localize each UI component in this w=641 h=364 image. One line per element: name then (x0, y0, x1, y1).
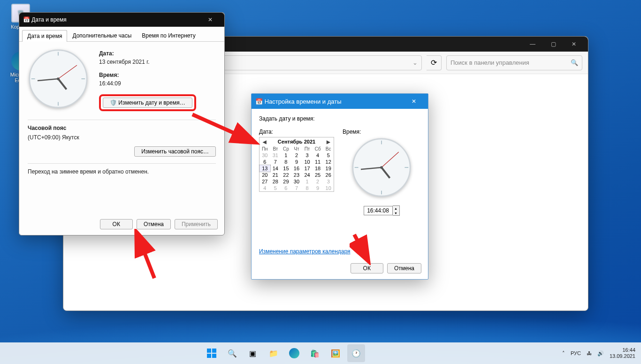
chevron-down-icon[interactable]: ⌄ (412, 59, 418, 66)
calendar-day[interactable]: 29 (281, 178, 291, 185)
calendar-day[interactable]: 25 (313, 172, 323, 178)
calendar-day[interactable]: 17 (302, 165, 313, 172)
app-icon[interactable]: 🖼️ (327, 344, 344, 362)
calendar-day[interactable]: 27 (259, 178, 270, 185)
calendar: ◀ Сентябрь 2021 ▶ ПнВтСрЧтПтСбВс 3031123… (259, 137, 334, 192)
calendar-day[interactable]: 18 (313, 165, 323, 172)
calendar-day[interactable]: 28 (270, 178, 281, 185)
spin-up-button[interactable]: ▲ (393, 206, 399, 211)
change-dt-label: Изменить дату и время… (118, 99, 185, 106)
spin-down-button[interactable]: ▼ (393, 211, 399, 215)
refresh-button[interactable]: ⟳ (427, 55, 442, 70)
calendar-day[interactable]: 3 (323, 178, 334, 185)
calendar-day[interactable]: 5 (270, 185, 281, 191)
start-button[interactable] (203, 344, 221, 362)
prev-month-button[interactable]: ◀ (261, 139, 268, 144)
calendar-day[interactable]: 1 (281, 152, 291, 159)
calendar-dayhead: Ср (281, 146, 291, 152)
svg-point-8 (57, 77, 60, 80)
calendar-day[interactable]: 16 (291, 165, 302, 172)
time-input[interactable] (364, 206, 393, 215)
tray-chevron-up-icon[interactable]: ˄ (562, 350, 565, 356)
calendar-day[interactable]: 30 (291, 178, 302, 185)
next-month-button[interactable]: ▶ (325, 139, 332, 144)
highlight-change-datetime: 🛡️ Изменить дату и время… (99, 94, 196, 111)
maximize-button[interactable]: ▢ (543, 37, 564, 51)
calendar-dayhead: Вт (270, 146, 281, 152)
tab-additional-clocks[interactable]: Дополнительные часы (67, 30, 137, 41)
cancel-button[interactable]: Отмена (137, 219, 171, 229)
calendar-day[interactable]: 7 (291, 185, 302, 191)
calendar-day[interactable]: 23 (291, 172, 302, 178)
calendar-day[interactable]: 11 (313, 159, 323, 165)
calendar-day[interactable]: 8 (281, 159, 291, 165)
calendar-day[interactable]: 2 (313, 178, 323, 185)
tray-clock[interactable]: 16:44 13.09.2021 (610, 347, 635, 359)
datetime-app-icon[interactable]: 🕐 (347, 344, 365, 362)
calendar-day[interactable]: 26 (323, 172, 334, 178)
time-spinner[interactable]: ▲ ▼ (343, 205, 420, 216)
calendar-day[interactable]: 9 (291, 159, 302, 165)
change-timezone-button[interactable]: Изменить часовой пояс… (134, 146, 216, 157)
calendar-day[interactable]: 5 (323, 152, 334, 159)
explorer-icon[interactable]: 📁 (265, 344, 282, 362)
calendar-day[interactable]: 1 (302, 178, 313, 185)
close-button[interactable]: ✕ (200, 13, 221, 27)
settings-titlebar[interactable]: 📅 Настройка времени и даты ✕ (252, 94, 428, 109)
network-icon[interactable]: 🖧 (587, 350, 592, 356)
store-icon[interactable]: 🛍️ (306, 344, 324, 362)
date-time-titlebar[interactable]: 📅 Дата и время ✕ (19, 13, 224, 27)
calendar-day[interactable]: 6 (281, 185, 291, 191)
calendar-day[interactable]: 15 (281, 165, 291, 172)
search-input[interactable]: Поиск в панели управления 🔍 (446, 55, 582, 70)
calendar-day[interactable]: 21 (270, 172, 281, 178)
datetime-settings-dialog: 📅 Настройка времени и даты ✕ Задать дату… (251, 93, 428, 280)
task-view-button[interactable]: ▣ (244, 344, 262, 362)
cancel-button[interactable]: Отмена (387, 263, 421, 273)
time-label: Время: (343, 129, 420, 135)
svg-rect-18 (207, 349, 211, 353)
analog-clock (28, 48, 89, 109)
tab-date-time[interactable]: Дата и время (22, 30, 67, 42)
date-value: 13 сентября 2021 г. (99, 59, 196, 65)
calendar-day[interactable]: 8 (302, 185, 313, 191)
calendar-dayhead: Вс (323, 146, 334, 152)
calendar-day[interactable]: 12 (323, 159, 334, 165)
apply-button[interactable]: Применить (175, 219, 218, 229)
analog-clock (351, 137, 412, 198)
calendar-month[interactable]: Сентябрь 2021 (278, 139, 315, 144)
ok-button[interactable]: ОК (351, 263, 383, 273)
calendar-day[interactable]: 19 (323, 165, 334, 172)
calendar-day[interactable]: 20 (259, 172, 270, 178)
close-button[interactable]: ✕ (404, 94, 424, 108)
calendar-day[interactable]: 30 (259, 152, 270, 159)
change-date-time-button[interactable]: 🛡️ Изменить дату и время… (103, 98, 192, 108)
taskbar-search-button[interactable]: 🔍 (223, 344, 241, 362)
volume-icon[interactable]: 🔊 (597, 350, 604, 356)
language-indicator[interactable]: РУС (571, 350, 581, 356)
calendar-day[interactable]: 2 (291, 152, 302, 159)
calendar-day[interactable]: 7 (270, 159, 281, 165)
svg-point-17 (380, 166, 383, 169)
calendar-day[interactable]: 24 (302, 172, 313, 178)
minimize-button[interactable]: — (522, 37, 543, 51)
calendar-day[interactable]: 4 (259, 185, 270, 191)
calendar-day[interactable]: 10 (302, 159, 313, 165)
calendar-day[interactable]: 10 (323, 185, 334, 191)
calendar-settings-link[interactable]: Изменение параметров календаря (259, 248, 351, 255)
calendar-day[interactable]: 3 (302, 152, 313, 159)
calendar-day[interactable]: 4 (313, 152, 323, 159)
calendar-day[interactable]: 31 (270, 152, 281, 159)
taskbar: 🔍 ▣ 📁 🛍️ 🖼️ 🕐 ˄ РУС 🖧 🔊 16:44 13.09.2021 (0, 342, 641, 364)
calendar-day[interactable]: 6 (259, 159, 270, 165)
ok-button[interactable]: ОК (100, 219, 133, 229)
calendar-day[interactable]: 14 (270, 165, 281, 172)
calendar-day[interactable]: 22 (281, 172, 291, 178)
edge-icon[interactable] (285, 344, 303, 362)
calendar-day[interactable]: 13 (259, 165, 270, 172)
calendar-day[interactable]: 9 (313, 185, 323, 191)
tray-time: 16:44 (610, 347, 635, 353)
close-button[interactable]: ✕ (564, 37, 584, 51)
tab-internet-time[interactable]: Время по Интернету (137, 30, 200, 41)
time-value: 16:44:09 (99, 80, 196, 87)
